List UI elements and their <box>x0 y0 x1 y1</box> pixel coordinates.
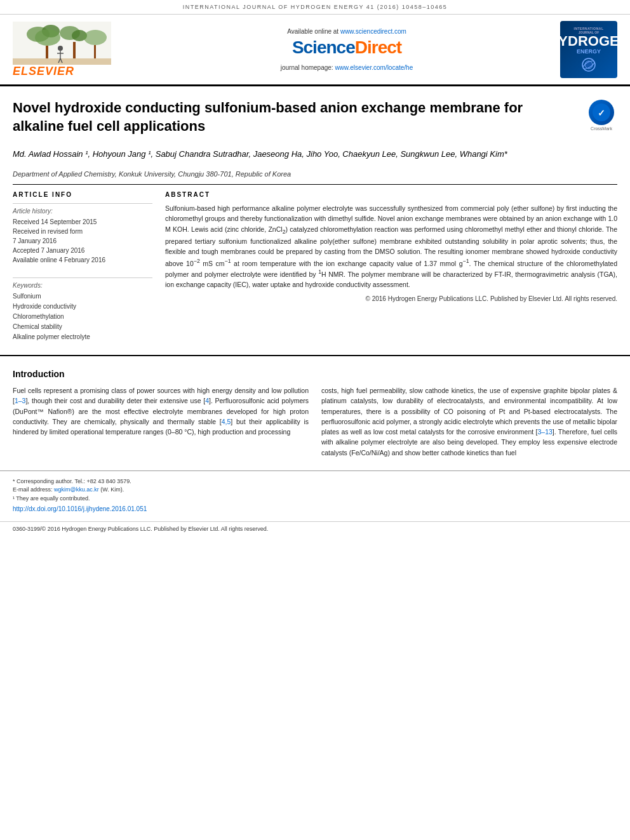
sciencedirect-section: Available online at www.sciencedirect.co… <box>152 28 541 71</box>
abstract-text: Sulfonium-based high performance alkalin… <box>165 203 617 290</box>
journal-citation: INTERNATIONAL JOURNAL OF HYDROGEN ENERGY… <box>183 4 448 10</box>
equal-contribution: ¹ They are equally contributed. <box>13 495 617 503</box>
bottom-copyright: 0360-3199/© 2016 Hydrogen Energy Publica… <box>13 526 268 532</box>
online-date: Available online 4 February 2016 <box>13 255 152 265</box>
logo-energy: ENERGY <box>577 48 601 55</box>
svg-point-11 <box>58 46 63 51</box>
elsevier-logo-text: ELSEVIER <box>13 65 74 78</box>
article-title: Novel hydroxide conducting sulfonium-bas… <box>13 99 533 135</box>
article-info-column: ARTICLE INFO Article history: Received 1… <box>13 191 152 342</box>
authors-list: Md. Awlad Hossain ¹, Hohyoun Jang ¹, Sab… <box>13 149 507 159</box>
crossmark-label: CrossMark <box>591 126 612 131</box>
keyword-1: Sulfonium <box>13 291 152 302</box>
journal-homepage-link[interactable]: www.elsevier.com/locate/he <box>335 64 413 71</box>
brand-direct: Direct <box>355 37 401 57</box>
introduction-columns: Fuel cells represent a promising class o… <box>13 385 617 458</box>
elsevier-tree-illustration <box>13 22 111 65</box>
introduction-section: Introduction Fuel cells represent a prom… <box>0 355 630 458</box>
footnote-section: * Corresponding author. Tel.: +82 43 840… <box>0 470 630 519</box>
keywords-divider <box>13 277 152 278</box>
corresponding-label: * Corresponding author. Tel.: +82 43 840… <box>13 478 131 484</box>
ref-3-13[interactable]: 3–13 <box>537 428 552 436</box>
sciencedirect-brand: ScienceDirect <box>292 37 401 58</box>
journal-bar: INTERNATIONAL JOURNAL OF HYDROGEN ENERGY… <box>0 0 630 15</box>
copyright-text: © 2016 Hydrogen Energy Publications LLC.… <box>165 295 617 302</box>
affiliation-text: Department of Applied Chemistry, Konkuk … <box>13 170 291 178</box>
ref-1-3[interactable]: 1–3 <box>15 397 26 404</box>
crossmark-badge: ✓ CrossMark <box>586 99 617 131</box>
doi-link[interactable]: http://dx.doi.org/10.1016/j.ijhydene.201… <box>13 505 617 512</box>
keywords-list: Sulfonium Hydroxide conductivity Chlorom… <box>13 291 152 342</box>
crossmark-icon: ✓ <box>589 100 614 125</box>
article-header: Novel hydroxide conducting sulfonium-bas… <box>0 86 630 142</box>
abstract-column: ABSTRACT Sulfonium-based high performanc… <box>165 191 617 342</box>
ref-4[interactable]: 4 <box>205 397 209 404</box>
svg-rect-7 <box>73 42 76 58</box>
article-info-abstract: ARTICLE INFO Article history: Received 1… <box>0 185 630 349</box>
logo-graphic <box>578 57 600 73</box>
svg-rect-4 <box>46 46 48 58</box>
journal-homepage-label: journal homepage: <box>281 64 333 71</box>
keyword-2: Hydroxide conductivity <box>13 302 152 312</box>
email-link[interactable]: wgkim@kku.ac.kr <box>54 486 99 493</box>
history-heading: Article history: <box>13 208 152 215</box>
ref-4-5[interactable]: 4,5 <box>222 418 231 425</box>
intro-col-2: costs, high fuel permeability, slow cath… <box>321 385 617 458</box>
svg-point-8 <box>84 30 107 45</box>
svg-point-3 <box>35 29 60 46</box>
available-online-text: Available online at www.sciencedirect.co… <box>287 28 406 35</box>
email-suffix: (W. Kim). <box>100 486 124 493</box>
keyword-3: Chloromethylation <box>13 312 152 322</box>
corresponding-author: * Corresponding author. Tel.: +82 43 840… <box>13 477 617 486</box>
affiliation-section: Department of Applied Chemistry, Konkuk … <box>0 168 630 184</box>
introduction-heading: Introduction <box>13 369 617 379</box>
accepted-date: Accepted 7 January 2016 <box>13 246 152 255</box>
intro-col-1: Fuel cells represent a promising class o… <box>13 385 309 458</box>
email-label: E-mail address: <box>13 486 53 493</box>
email-line: E-mail address: wgkim@kku.ac.kr (W. Kim)… <box>13 486 617 495</box>
revised-label: Received in revised form <box>13 227 152 236</box>
logo-hydrogen: HYDROGEN <box>548 34 629 48</box>
info-divider <box>13 203 152 204</box>
hydrogen-logo-box: INTERNATIONAL JOURNAL OF HYDROGEN ENERGY <box>560 21 617 78</box>
keyword-4: Chemical stability <box>13 322 152 332</box>
bottom-bar: 0360-3199/© 2016 Hydrogen Energy Publica… <box>0 521 630 536</box>
elsevier-branding: ELSEVIER <box>13 22 152 78</box>
brand-science: Science <box>292 37 355 57</box>
article-info-heading: ARTICLE INFO <box>13 191 152 198</box>
received-date: Received 14 September 2015 <box>13 217 152 227</box>
hydrogen-journal-logo: INTERNATIONAL JOURNAL OF HYDROGEN ENERGY <box>541 21 617 78</box>
keyword-5: Alkaline polymer electrolyte <box>13 332 152 342</box>
authors-section: Md. Awlad Hossain ¹, Hohyoun Jang ¹, Sab… <box>0 142 630 168</box>
svg-text:✓: ✓ <box>598 108 605 118</box>
keywords-heading: Keywords: <box>13 282 152 289</box>
svg-rect-9 <box>94 45 96 58</box>
sciencedirect-url: www.sciencedirect.com <box>340 28 406 35</box>
abstract-heading: ABSTRACT <box>165 191 617 198</box>
page-header: ELSEVIER Available online at www.science… <box>0 15 630 86</box>
revised-date: 7 January 2016 <box>13 236 152 246</box>
journal-homepage: journal homepage: www.elsevier.com/locat… <box>281 64 413 71</box>
